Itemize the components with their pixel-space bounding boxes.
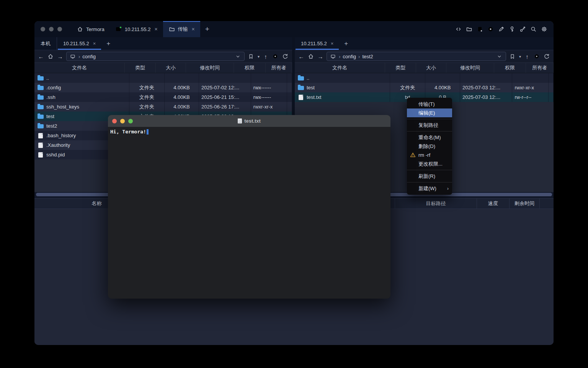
file-mtime: 2025-07-03 12:... bbox=[460, 83, 512, 92]
folder-icon[interactable] bbox=[466, 26, 472, 33]
tab-remote-session[interactable]: 10.211.55.2 × bbox=[295, 37, 340, 50]
key-icon[interactable] bbox=[508, 26, 515, 33]
code-icon[interactable] bbox=[455, 26, 462, 33]
editor-title: test.txt bbox=[244, 118, 261, 124]
maximize-window-button[interactable] bbox=[57, 27, 62, 31]
new-tab-button[interactable]: + bbox=[102, 37, 115, 50]
column-header[interactable]: 修改时间 bbox=[186, 63, 234, 73]
minimize-window-button[interactable] bbox=[120, 119, 125, 123]
breadcrumb-segment[interactable]: test2 bbox=[362, 54, 373, 59]
menu-item-rm-rf[interactable]: rm -rf bbox=[407, 151, 452, 159]
menu-item-label: rm -rf bbox=[418, 152, 430, 158]
file-size: 4.00KB bbox=[165, 102, 199, 112]
bookmark-caret-icon[interactable]: ▾ bbox=[519, 54, 521, 59]
tab-remote-session[interactable]: 10.211.55.2 × bbox=[57, 37, 102, 50]
home-button[interactable] bbox=[307, 53, 314, 60]
home-button[interactable] bbox=[47, 53, 54, 60]
breadcrumb-segment[interactable]: config bbox=[343, 54, 356, 59]
close-window-button[interactable] bbox=[41, 27, 45, 31]
table-row[interactable]: ssh_host_keys 文件夹 4.00KB 2025-06-26 17:.… bbox=[34, 102, 292, 112]
table-row[interactable]: test 文件夹 4.00KB 2025-07-03 12:... rwxr-x… bbox=[295, 83, 554, 92]
editor-titlebar[interactable]: test.txt bbox=[108, 115, 390, 127]
column-header[interactable]: 文件名 bbox=[34, 63, 125, 73]
upload-button[interactable]: ↑ bbox=[263, 53, 269, 60]
column-header[interactable]: 大小 bbox=[416, 63, 446, 73]
back-button[interactable]: ← bbox=[38, 53, 44, 60]
column-header[interactable]: 大小 bbox=[156, 63, 186, 73]
column-header[interactable]: 类型 bbox=[125, 63, 156, 73]
column-header[interactable]: 所有者 bbox=[526, 63, 554, 73]
breadcrumb-chevron-icon: › bbox=[78, 54, 80, 59]
tab-local-machine[interactable]: 本机 bbox=[34, 37, 57, 50]
menu-item-refresh[interactable]: 刷新(R) bbox=[407, 172, 452, 181]
tab-termora-home[interactable]: Termora bbox=[71, 21, 110, 37]
record-icon[interactable] bbox=[487, 26, 494, 33]
pencil-icon[interactable] bbox=[498, 26, 505, 33]
menu-item-rename[interactable]: 重命名(M) bbox=[407, 133, 452, 142]
notes-icon[interactable] bbox=[476, 26, 483, 33]
menu-item-new[interactable]: 新建(W) › bbox=[407, 184, 452, 193]
breadcrumb-chevron-icon: › bbox=[339, 54, 340, 59]
menu-item-edit[interactable]: 编辑(E) bbox=[407, 108, 452, 117]
forward-button[interactable]: → bbox=[57, 53, 63, 60]
menu-item-copy-path[interactable]: 复制路径 bbox=[407, 121, 452, 130]
left-path-toolbar: ← → › config ▾ ↑ bbox=[34, 50, 292, 62]
chevron-down-icon[interactable] bbox=[235, 53, 242, 60]
table-row[interactable]: .. bbox=[34, 73, 292, 83]
close-tab-icon[interactable]: × bbox=[331, 41, 334, 46]
show-hidden-eye-icon[interactable] bbox=[533, 53, 540, 60]
path-combobox[interactable]: › config › test2 bbox=[327, 52, 506, 61]
bookmark-caret-icon[interactable]: ▾ bbox=[258, 54, 260, 59]
file-perm bbox=[512, 73, 549, 83]
editor-content[interactable]: Hi, Termora! bbox=[108, 127, 390, 137]
new-tab-button[interactable]: + bbox=[340, 37, 353, 50]
table-row[interactable]: .ssh 文件夹 4.00KB 2025-06-21 15:... rwx---… bbox=[34, 92, 292, 102]
search-icon[interactable] bbox=[530, 26, 537, 33]
table-row[interactable]: .. bbox=[295, 73, 554, 83]
bookmark-icon[interactable] bbox=[509, 53, 516, 60]
breadcrumb-chevron-icon: › bbox=[358, 54, 360, 59]
refresh-icon[interactable] bbox=[543, 53, 550, 60]
file-owner bbox=[287, 102, 292, 112]
bookmark-icon[interactable] bbox=[248, 53, 255, 60]
column-header[interactable]: 修改时间 bbox=[446, 63, 494, 73]
column-header[interactable]: 剩余时间 bbox=[510, 199, 540, 209]
file-type: 文件夹 bbox=[129, 83, 165, 92]
close-tab-icon[interactable]: × bbox=[192, 26, 195, 32]
refresh-icon[interactable] bbox=[282, 53, 289, 60]
settings-gear-icon[interactable] bbox=[541, 26, 547, 33]
keychain-icon[interactable] bbox=[519, 26, 526, 33]
close-tab-icon[interactable]: × bbox=[154, 26, 157, 32]
column-header[interactable]: 类型 bbox=[385, 63, 416, 73]
show-hidden-eye-icon[interactable] bbox=[272, 53, 279, 60]
column-header[interactable]: 速度 bbox=[477, 199, 510, 209]
column-header[interactable]: 文件名 bbox=[295, 63, 385, 73]
table-row[interactable]: .config 文件夹 4.00KB 2025-07-02 12:... rwx… bbox=[34, 83, 292, 92]
path-combobox[interactable]: › config bbox=[66, 52, 245, 61]
tab-terminal-session[interactable]: 10.211.55.2 × bbox=[110, 21, 163, 37]
menu-item-delete[interactable]: 删除(D) bbox=[407, 142, 452, 151]
forward-button[interactable]: → bbox=[317, 53, 323, 60]
tab-transfer[interactable]: 传输 × bbox=[163, 21, 200, 37]
column-header[interactable]: 权限 bbox=[234, 63, 266, 73]
file-name: .config bbox=[46, 85, 61, 90]
maximize-window-button[interactable] bbox=[128, 119, 133, 123]
column-header[interactable]: 权限 bbox=[494, 63, 526, 73]
back-button[interactable]: ← bbox=[298, 53, 304, 60]
menu-item-change-permissions[interactable]: 更改权限... bbox=[407, 159, 452, 168]
close-tab-icon[interactable]: × bbox=[93, 41, 96, 46]
menu-item-transfer[interactable]: 传输(T) bbox=[407, 100, 452, 108]
column-header[interactable]: 目标路径 bbox=[395, 199, 477, 209]
folder-icon bbox=[38, 76, 44, 80]
chevron-down-icon[interactable] bbox=[496, 53, 503, 60]
file-name: .. bbox=[307, 75, 309, 81]
minimize-window-button[interactable] bbox=[49, 27, 54, 31]
left-table-header: 文件名 类型 大小 修改时间 权限 所有者 bbox=[34, 62, 292, 73]
new-tab-button[interactable]: + bbox=[200, 21, 214, 37]
file-perm: rwxr-xr-x bbox=[512, 83, 549, 92]
file-name: test2 bbox=[46, 123, 57, 129]
breadcrumb-segment[interactable]: config bbox=[82, 54, 96, 59]
close-window-button[interactable] bbox=[112, 119, 117, 123]
column-header[interactable]: 所有者 bbox=[266, 63, 292, 73]
upload-button[interactable]: ↑ bbox=[524, 53, 530, 60]
